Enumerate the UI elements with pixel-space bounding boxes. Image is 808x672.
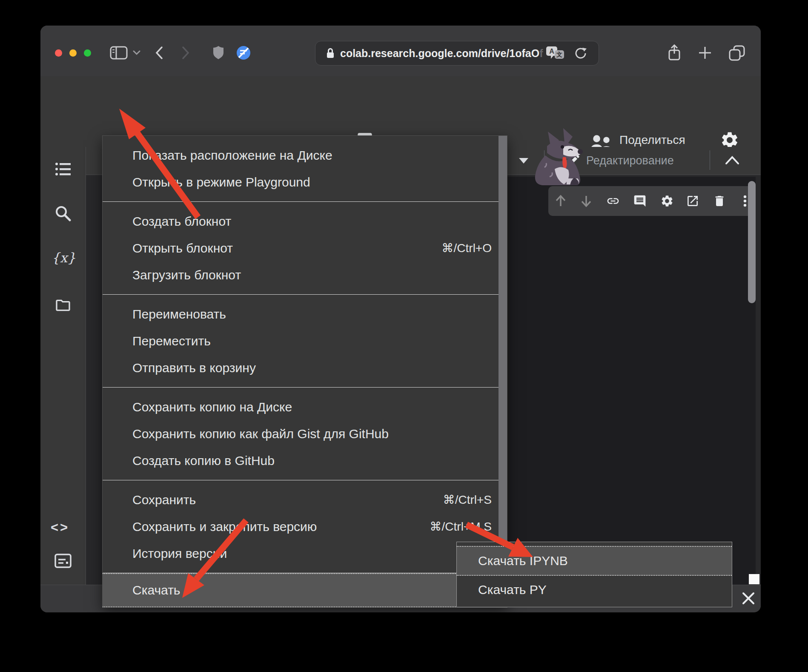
menu-item[interactable]: Создать копию в GitHub [103,447,507,474]
search-icon[interactable] [54,205,72,222]
menu-section: Переименовать Переместить Отправить в ко… [103,295,507,387]
menu-item[interactable]: Сохранить копию на Диске [103,393,507,420]
forward-icon[interactable] [182,46,189,59]
zoom-window-button[interactable] [84,49,91,57]
lock-icon [326,47,335,59]
svg-text:A: A [549,48,554,55]
scrollbar-corner [749,574,759,584]
open-in-tab-icon[interactable] [686,194,699,208]
menu-item[interactable]: Открыть в режиме Playground [103,169,507,195]
files-icon[interactable] [54,297,72,314]
menu-shortcut: ⌘/Ctrl+M S [430,520,492,534]
menu-item[interactable]: Показать расположение на Диске [103,142,507,169]
menu-item[interactable]: История версий [103,540,507,567]
menu-shortcut: ⌘/Ctrl+S [443,493,492,507]
menu-section: Создать блокнот Открыть блокнот⌘/Ctrl+O … [103,202,507,294]
menu-scrollbar[interactable] [499,136,507,607]
comment-cell-icon[interactable] [633,194,647,208]
content-blocker-icon[interactable] [236,46,251,60]
menu-item[interactable]: Переименовать [103,301,507,327]
menu-item[interactable]: Открыть блокнот⌘/Ctrl+O [103,235,507,261]
variables-icon[interactable]: {x} [52,250,76,265]
corgi-dog-image [530,128,598,192]
cell-settings-icon[interactable] [660,194,674,208]
menu-shortcut: ⌘/Ctrl+O [442,241,492,255]
terminal-icon[interactable] [54,552,72,569]
link-icon[interactable] [606,194,620,208]
menu-item[interactable]: Переместить [103,327,507,354]
browser-window: colab.research.google.com/drive/1ofaOf A… [40,26,761,612]
url-text: colab.research.google.com/drive/1ofaO [340,47,539,60]
close-window-button[interactable] [55,49,62,57]
delete-cell-icon[interactable] [713,194,726,208]
scrollbar-thumb[interactable] [748,181,756,303]
collapse-header-icon[interactable] [725,155,739,165]
url-bar[interactable]: colab.research.google.com/drive/1ofaOf A… [315,41,599,66]
menu-item-download[interactable]: Скачать [103,573,499,607]
sidebar-toggle-icon[interactable] [110,46,128,60]
menu-item[interactable]: Сохранить и закрепить версию⌘/Ctrl+M S [103,513,507,540]
privacy-shield-icon[interactable] [212,45,225,60]
menu-item[interactable]: Создать блокнот [103,208,507,235]
menu-section: Сохранить копию на Диске Сохранить копию… [103,388,507,480]
submenu-item-py[interactable]: Скачать PY [457,576,732,604]
reload-icon[interactable] [574,46,587,60]
share-button[interactable]: Поделиться [619,133,685,147]
new-tab-icon[interactable] [698,46,712,60]
submenu-item-ipynb[interactable]: Скачать IPYNB [457,546,732,576]
menu-section: Сохранить⌘/Ctrl+S Сохранить и закрепить … [103,480,507,573]
menu-item[interactable]: Загрузить блокнот [103,261,507,288]
toc-icon[interactable] [54,161,72,178]
browser-chrome: colab.research.google.com/drive/1ofaOf A… [40,26,761,77]
screen: colab.research.google.com/drive/1ofaOf A… [0,0,808,672]
file-menu-dropdown: Показать расположение на Диске Открыть в… [102,135,507,608]
menu-section: Показать расположение на Диске Открыть в… [103,136,507,201]
minimize-window-button[interactable] [69,49,77,57]
code-snippets-icon[interactable]: <> [51,520,69,535]
move-down-icon[interactable] [579,194,593,208]
close-icon[interactable] [741,591,756,606]
svg-text:文: 文 [556,51,562,58]
download-block: Скачать [103,573,507,607]
left-sidebar: {x} <> [40,147,86,585]
menu-item[interactable]: Отправить в корзину [103,354,507,381]
back-icon[interactable] [155,46,163,59]
url-text-faded: f [539,47,543,60]
edit-mode-label: Редактирование [586,154,674,167]
translate-icon[interactable]: A 文 [546,46,564,61]
share-page-icon[interactable] [668,44,681,61]
move-up-icon[interactable] [554,194,567,208]
menu-item[interactable]: Сохранить⌘/Ctrl+S [103,486,507,513]
menu-item[interactable]: Сохранить копию как файл Gist для GitHub [103,420,507,447]
download-submenu: Скачать IPYNB Скачать PY [456,542,732,607]
chevron-down-icon[interactable] [133,50,140,55]
tab-overview-icon[interactable] [729,45,746,61]
connect-caret-icon[interactable] [519,158,528,164]
